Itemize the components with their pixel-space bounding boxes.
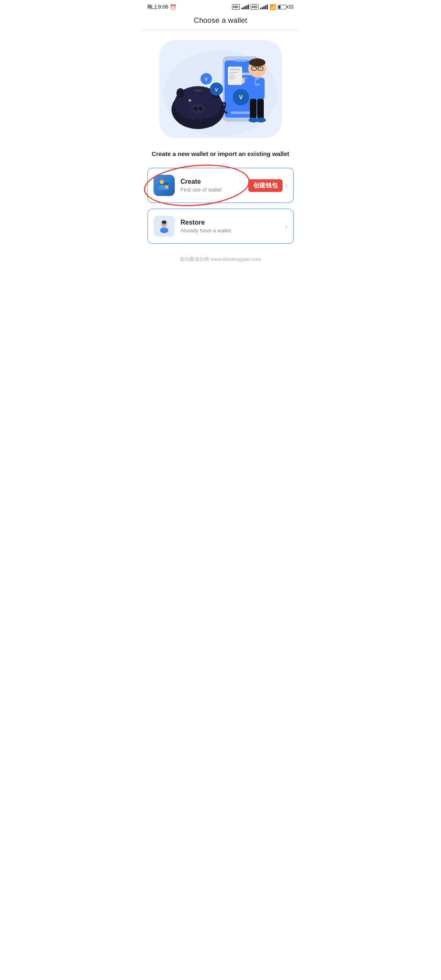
battery-fill [278, 6, 281, 9]
restore-wallet-text: Restore Already have a wallet [180, 219, 279, 234]
svg-rect-38 [257, 99, 264, 119]
hd-badge-1: HD [232, 4, 240, 10]
bar2 [243, 7, 244, 9]
hd-badge-2: HD [251, 4, 258, 10]
bar5b [267, 4, 268, 9]
svg-point-44 [229, 74, 235, 80]
svg-text:V: V [215, 87, 218, 92]
create-wallet-icon: $ [154, 175, 175, 196]
create-wallet-right: 创建钱包 › [248, 179, 287, 192]
signal-bars-2 [260, 4, 268, 9]
svg-point-48 [166, 187, 167, 188]
bar1 [241, 8, 243, 9]
svg-point-13 [191, 104, 205, 114]
svg-text:V: V [239, 94, 243, 100]
bar3b [263, 6, 265, 9]
wifi-icon: 📶 [270, 4, 276, 10]
create-badge: 创建钱包 [248, 179, 283, 192]
bar2b [262, 7, 263, 9]
illustration-inner: V [159, 40, 282, 138]
svg-rect-3 [235, 59, 247, 62]
footer-watermark: 首码圈项目网 www.shoumaquan.com [141, 244, 300, 270]
page-title: Choose a wallet [194, 16, 247, 24]
svg-point-40 [256, 118, 266, 122]
status-left: 晚上9:06 ⏰ [147, 3, 176, 11]
svg-point-53 [162, 220, 167, 224]
restore-wallet-subtitle: Already have a wallet [180, 227, 279, 234]
hero-area: V [141, 30, 300, 145]
svg-rect-8 [231, 111, 251, 114]
svg-point-17 [189, 100, 191, 101]
status-bar: 晚上9:06 ⏰ HD HD 📶 33 [141, 0, 300, 12]
hero-subtitle: Create a new wallet or import an existin… [141, 145, 300, 168]
svg-rect-19 [186, 118, 192, 127]
svg-point-14 [194, 107, 197, 110]
svg-rect-37 [250, 99, 256, 119]
svg-point-15 [199, 107, 202, 110]
svg-point-28 [249, 58, 265, 67]
svg-rect-21 [202, 118, 208, 127]
hero-illustration: V [159, 40, 282, 138]
bar3 [245, 6, 246, 9]
avatar-svg [157, 219, 172, 234]
svg-point-11 [176, 88, 185, 98]
bar4 [246, 5, 247, 9]
svg-rect-18 [195, 90, 201, 91]
bar4b [265, 5, 266, 9]
alarm-icon: ⏰ [170, 4, 176, 10]
restore-wallet-title: Restore [180, 219, 279, 226]
create-wallet-subtitle: First use of wallet [180, 187, 243, 193]
wallet-svg: $ [158, 179, 171, 192]
signal-bars-1 [241, 4, 249, 9]
options-list: $ Create First use of wallet 创建钱包 › [141, 168, 300, 244]
bar1b [260, 8, 261, 9]
bar5 [248, 4, 249, 9]
page-header: Choose a wallet [141, 12, 300, 30]
status-right: HD HD 📶 33 [232, 4, 294, 10]
battery-icon [278, 5, 287, 9]
chevron-right-icon-2: › [285, 222, 287, 231]
battery-level: 33 [288, 4, 294, 10]
create-wallet-title: Create [180, 178, 243, 185]
svg-text:V: V [205, 77, 208, 82]
svg-rect-20 [194, 118, 200, 127]
svg-rect-22 [207, 118, 213, 127]
hero-svg: V [159, 40, 282, 138]
restore-wallet-right: › [285, 222, 287, 231]
time-display: 晚上9:06 [147, 3, 168, 11]
svg-rect-43 [229, 72, 238, 73]
svg-rect-42 [229, 69, 241, 70]
chevron-right-icon: › [285, 181, 287, 190]
restore-wallet-icon [154, 216, 175, 237]
svg-rect-55 [163, 228, 165, 231]
create-wallet-text: Create First use of wallet [180, 178, 243, 193]
create-wallet-card[interactable]: $ Create First use of wallet 创建钱包 › [147, 168, 294, 203]
watermark-text: 首码圈项目网 www.shoumaquan.com [180, 256, 261, 262]
restore-wallet-card[interactable]: Restore Already have a wallet › [147, 209, 294, 244]
